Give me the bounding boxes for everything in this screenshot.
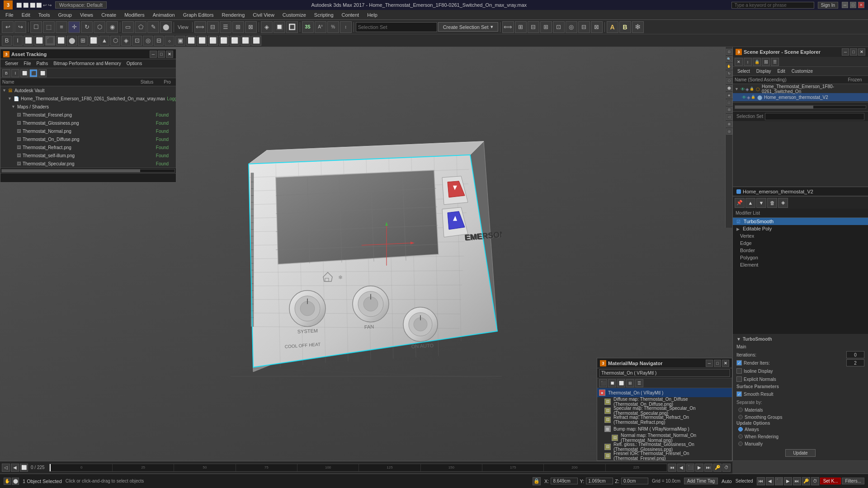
- lock-icon-2[interactable]: 🔒: [751, 95, 755, 100]
- asset-tb-3[interactable]: ⬜: [20, 69, 28, 77]
- close-btn[interactable]: ✕: [858, 2, 864, 8]
- align-to-view-btn[interactable]: ⊠: [591, 21, 603, 33]
- smoothing-groups-radio[interactable]: [738, 415, 743, 419]
- sb-time-cfg[interactable]: ⏱: [811, 477, 819, 485]
- subtool-18[interactable]: ⬜: [186, 36, 196, 46]
- lock-selection-btn[interactable]: 🔒: [533, 477, 541, 485]
- mat-tb-3[interactable]: ⬜: [617, 379, 625, 387]
- scene-menu-customize[interactable]: Customize: [789, 68, 816, 74]
- subtool-15[interactable]: ⊟: [154, 36, 164, 46]
- menu-file[interactable]: File: [2, 11, 17, 19]
- menu-group[interactable]: Group: [54, 11, 75, 19]
- nav-front[interactable]: □: [726, 99, 732, 106]
- nav-top[interactable]: ⊟: [726, 107, 732, 113]
- mat-item-1[interactable]: 🖼 Diffuse map: Thermostat_On_Diffuse (Th…: [597, 397, 732, 406]
- mat-item-4[interactable]: ▩ Bump map: NRM ( VRayNormalMap ): [597, 424, 732, 433]
- tl-btn-3[interactable]: ⬜: [20, 464, 28, 472]
- ts-iterations-value[interactable]: 0: [846, 351, 864, 358]
- menu-rendering[interactable]: Rendering: [218, 11, 249, 19]
- subtool-2[interactable]: I: [13, 36, 23, 46]
- render-icon-1[interactable]: ◈: [745, 87, 749, 92]
- materials-radio[interactable]: [738, 408, 743, 412]
- rect-region-btn[interactable]: ▭: [122, 21, 134, 33]
- subtool-9[interactable]: ⬜: [89, 36, 99, 46]
- percent-snap-btn[interactable]: %: [327, 21, 339, 33]
- tl-btn-1[interactable]: ◁: [2, 464, 10, 472]
- asset-close[interactable]: ✕: [166, 51, 173, 58]
- subtool-17[interactable]: ▣: [175, 36, 185, 46]
- asset-item-specular[interactable]: 🖼 Thermostat_Specular.png Found: [0, 160, 176, 168]
- mat-item-7[interactable]: 🖼 Fresnel IOR: Thermostat_Fresnel_On (Th…: [597, 451, 732, 460]
- timeline-track[interactable]: 0 25 50 75 100 125 150 175 200 225: [49, 464, 667, 472]
- scene-item-object[interactable]: 👁 ◈ 🔒 ⬤ Home_emerson_thermostat_V2: [733, 93, 868, 101]
- scene-lock-btn[interactable]: 🔒: [753, 58, 761, 66]
- nav-perspective[interactable]: ◈: [726, 92, 732, 99]
- subtool-14[interactable]: ◎: [143, 36, 153, 46]
- scene-link-btn[interactable]: ⛓: [762, 58, 770, 66]
- place-highlight-btn[interactable]: ◎: [566, 21, 577, 33]
- layer-btn[interactable]: ☰: [220, 21, 231, 33]
- nav-pan[interactable]: ✋: [726, 63, 732, 70]
- mat-restore[interactable]: □: [714, 360, 721, 367]
- nav-zoom-extents[interactable]: ⊡: [726, 49, 732, 55]
- asset-item-normal[interactable]: 🖼 Thermostat_Normal.png Found: [0, 127, 176, 135]
- menu-civil-view[interactable]: Civil View: [249, 11, 278, 19]
- file-expand-icon[interactable]: ▼: [8, 96, 12, 101]
- menu-scripting[interactable]: Scripting: [311, 11, 337, 19]
- subtool-21[interactable]: ⬜: [219, 36, 229, 46]
- scene-menu-edit[interactable]: Edit: [775, 68, 788, 74]
- set-key-btn[interactable]: Set K...: [820, 478, 841, 484]
- material-editor-btn[interactable]: 🔲: [274, 21, 285, 33]
- subtool-22[interactable]: ⬜: [230, 36, 240, 46]
- subtool-7[interactable]: ⬤: [67, 36, 77, 46]
- mat-tb-4[interactable]: ⊞: [626, 379, 634, 387]
- subtool-11[interactable]: ⬡: [110, 36, 120, 46]
- asset-path-input[interactable]: [2, 175, 174, 180]
- sub-polygon[interactable]: Polygon: [733, 254, 868, 261]
- subtool-5[interactable]: ⬛: [45, 36, 55, 46]
- scene-filter-btn[interactable]: ✕: [735, 58, 743, 66]
- mat-minimize[interactable]: ─: [706, 360, 713, 367]
- undo-btn[interactable]: ↩: [2, 21, 14, 33]
- pin-modifier-btn[interactable]: 📌: [735, 198, 745, 208]
- asset-tb-2[interactable]: I: [11, 69, 19, 77]
- subtool-12[interactable]: ◈: [121, 36, 131, 46]
- scale-btn[interactable]: ⬡: [94, 21, 105, 33]
- subtool-6[interactable]: ⬜: [56, 36, 66, 46]
- scene-explorer-minimize[interactable]: ─: [842, 48, 849, 56]
- particle-view-btn[interactable]: ❄: [632, 21, 644, 33]
- status-icon-1[interactable]: ✋: [4, 478, 11, 485]
- sub-element[interactable]: Element: [733, 261, 868, 268]
- scene-options-btn[interactable]: ☰: [771, 58, 779, 66]
- sub-vertex[interactable]: Vertex: [733, 232, 868, 239]
- subtool-1[interactable]: B: [2, 36, 12, 46]
- asset-item-diffuse[interactable]: 🖼 Thermostat_On_Diffuse.png Found: [0, 135, 176, 143]
- asset-minimize[interactable]: ─: [150, 51, 157, 58]
- select-move-btn[interactable]: ✛: [68, 21, 80, 33]
- workspace-selector[interactable]: Workspace: Default: [55, 1, 107, 9]
- subtool-10[interactable]: ▲: [99, 36, 109, 46]
- menu-animation[interactable]: Animation: [149, 11, 179, 19]
- asset-menu-file[interactable]: File: [21, 61, 33, 66]
- scene-sort-btn[interactable]: ↕: [744, 58, 752, 66]
- sub-edge[interactable]: Edge: [733, 239, 868, 247]
- menu-help[interactable]: Help: [363, 11, 381, 19]
- x-coord-value[interactable]: 8.649cm: [551, 478, 578, 484]
- tl-play-fwd[interactable]: ▶: [695, 464, 703, 472]
- ts-explicit-normals-checkbox[interactable]: [736, 376, 742, 382]
- selection-set-input[interactable]: [765, 113, 864, 120]
- asset-restore[interactable]: □: [158, 51, 165, 58]
- delete-modifier-btn[interactable]: 🗑: [767, 198, 777, 208]
- z-coord-value[interactable]: 0.0cm: [621, 478, 648, 484]
- align-camera-btn[interactable]: ⊟: [578, 21, 590, 33]
- ts-render-iters-checkbox[interactable]: ✓: [736, 360, 742, 366]
- ep-collapse-icon[interactable]: ▶: [736, 227, 740, 231]
- tl-key-mode[interactable]: 🔑: [713, 464, 722, 472]
- mat-item-5[interactable]: 🖼 Normal map: Thermostat_Normal_On (Ther…: [597, 433, 732, 442]
- modifier-editable-poly[interactable]: ▶ Editable Poly: [733, 225, 868, 232]
- hierarchy-btn[interactable]: ⊞: [232, 21, 244, 33]
- spinner-snap-btn[interactable]: ↕: [340, 21, 352, 33]
- mirror2-btn[interactable]: ⟺: [502, 21, 514, 33]
- search-box[interactable]: Type a keyword or phrase: [731, 2, 814, 9]
- move-up-btn[interactable]: ▲: [745, 198, 755, 208]
